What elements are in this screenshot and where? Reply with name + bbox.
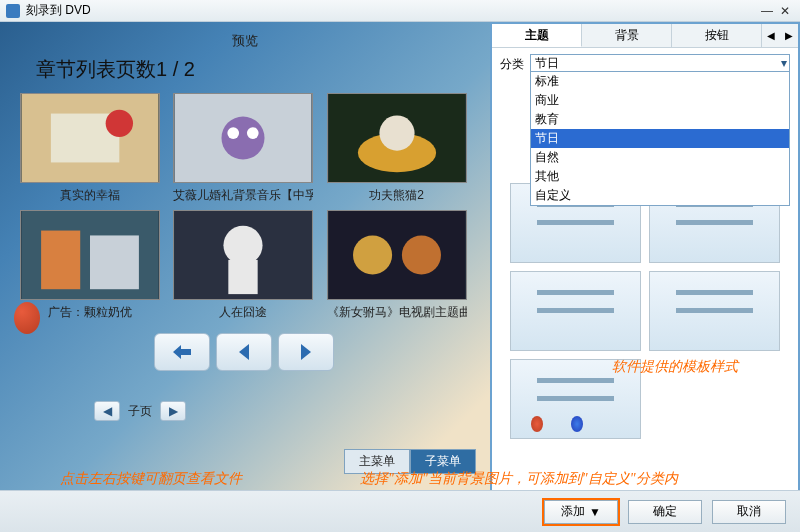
nav-prev-button[interactable]	[216, 333, 272, 371]
theme-panel: 主题 背景 按钮 ◀ ▶ 分类 节日 标准 商业 教育 节日 自然 其他 自定义	[490, 22, 800, 490]
thumb-caption: 功夫熊猫2	[327, 187, 467, 204]
ok-button[interactable]: 确定	[628, 500, 702, 524]
title-bar: 刻录到 DVD — ✕	[0, 0, 800, 22]
dropdown-option[interactable]: 其他	[531, 167, 789, 186]
tab-button[interactable]: 按钮	[672, 24, 762, 47]
thumb-caption: 《新女驸马》电视剧主题曲	[327, 304, 467, 321]
category-label: 分类	[500, 54, 530, 73]
nav-return-button[interactable]	[154, 333, 210, 371]
thumb-caption: 真实的幸福	[20, 187, 160, 204]
chapter-thumb[interactable]: 人在囧途	[173, 210, 313, 321]
svg-point-9	[379, 116, 414, 151]
add-button[interactable]: 添加▼	[544, 500, 618, 524]
category-dropdown: 标准 商业 教育 节日 自然 其他 自定义	[530, 71, 790, 206]
dropdown-option[interactable]: 自然	[531, 148, 789, 167]
template-thumb[interactable]	[649, 271, 780, 351]
dropdown-option[interactable]: 标准	[531, 72, 789, 91]
tab-scroll-right[interactable]: ▶	[780, 24, 798, 47]
page-next-button[interactable]: ▶	[160, 401, 186, 421]
preview-panel: 预览 章节列表页数1 / 2 真实的幸福 艾薇儿婚礼背景音乐【中孚 功夫熊猫2 …	[0, 22, 490, 490]
svg-point-6	[247, 127, 259, 139]
nav-next-button[interactable]	[278, 333, 334, 371]
svg-point-18	[402, 235, 441, 274]
dropdown-option[interactable]: 教育	[531, 110, 789, 129]
preview-header: 预览	[14, 32, 476, 50]
dropdown-option[interactable]: 自定义	[531, 186, 789, 205]
dropdown-arrow-icon: ▼	[589, 505, 601, 519]
svg-rect-11	[41, 231, 80, 290]
svg-point-4	[222, 116, 265, 159]
template-thumb[interactable]	[510, 271, 641, 351]
svg-rect-16	[328, 211, 465, 299]
svg-point-5	[228, 127, 240, 139]
tab-background[interactable]: 背景	[582, 24, 672, 47]
thumb-caption: 人在囧途	[173, 304, 313, 321]
svg-point-2	[106, 110, 133, 137]
app-icon	[6, 4, 20, 18]
category-select[interactable]: 节日	[530, 54, 790, 72]
tab-theme[interactable]: 主题	[492, 24, 582, 47]
close-button[interactable]: ✕	[776, 4, 794, 18]
dropdown-option[interactable]: 节日	[531, 129, 789, 148]
subpage-label: 子页	[124, 403, 156, 420]
chapter-title: 章节列表页数1 / 2	[36, 56, 476, 83]
minimize-button[interactable]: —	[758, 4, 776, 18]
balloon-decoration	[6, 302, 46, 362]
chapter-thumb[interactable]: 真实的幸福	[20, 93, 160, 204]
chapter-thumb[interactable]: 功夫熊猫2	[327, 93, 467, 204]
footer-bar: 添加▼ 确定 取消	[0, 490, 800, 532]
thumb-caption: 艾薇儿婚礼背景音乐【中孚	[173, 187, 313, 204]
svg-point-14	[224, 226, 263, 265]
chapter-thumb[interactable]: 《新女驸马》电视剧主题曲	[327, 210, 467, 321]
cancel-button[interactable]: 取消	[712, 500, 786, 524]
svg-point-17	[353, 235, 392, 274]
template-thumb[interactable]	[510, 359, 641, 439]
window-title: 刻录到 DVD	[26, 2, 91, 19]
page-prev-button[interactable]: ◀	[94, 401, 120, 421]
sub-menu-tab[interactable]: 子菜单	[410, 449, 476, 474]
tab-scroll-left[interactable]: ◀	[762, 24, 780, 47]
dropdown-option[interactable]: 商业	[531, 91, 789, 110]
chapter-thumb[interactable]: 艾薇儿婚礼背景音乐【中孚	[173, 93, 313, 204]
main-menu-tab[interactable]: 主菜单	[344, 449, 410, 474]
svg-rect-12	[90, 235, 139, 289]
svg-rect-15	[229, 260, 258, 294]
